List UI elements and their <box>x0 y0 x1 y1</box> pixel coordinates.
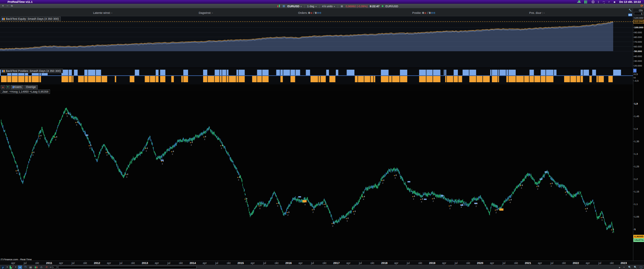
draw-tool-icon[interactable]: y <box>1 266 5 269</box>
tab-koers[interactable]: Koers <box>11 85 24 89</box>
equity-panel-title[interactable]: BackTest Equity: Smash Days (4 350 300) <box>1 17 61 21</box>
marker-input[interactable] <box>53 266 57 269</box>
time-axis-label: apr <box>394 261 398 265</box>
positions-panel-title[interactable]: BackTest Posities: Smash Days (4 350 300… <box>1 69 63 73</box>
price-axis-label: 1,4 <box>634 127 638 130</box>
time-axis-label: apr <box>203 261 207 265</box>
qty-input[interactable] <box>634 12 643 15</box>
svg-text:↟: ↟ <box>173 150 175 153</box>
refresh-icon[interactable]: ⟳ <box>641 4 643 8</box>
time-axis-label: jul <box>311 261 314 265</box>
window-controls[interactable]: ✕ ─ ⧉ <box>2 4 14 8</box>
svg-text:↟: ↟ <box>510 199 512 201</box>
time-axis-label: okt <box>323 261 326 265</box>
candle-countdown-box: 14u37m <box>633 238 644 242</box>
svg-text:↟: ↟ <box>433 197 435 200</box>
time-axis-label: 2013 <box>142 261 148 265</box>
time-axis-label: okt <box>610 261 613 265</box>
timeframe-select[interactable]: 1 dag ▼ <box>307 5 317 8</box>
time-axis-label: okt <box>418 261 422 265</box>
position-stats-bar: Latente winst: - Dagwinst: - Orders: 0⊠ … <box>0 8 644 16</box>
caret-down-icon[interactable]: ▼ <box>6 266 8 268</box>
quote-mode-icon[interactable]: ▦ <box>341 5 343 8</box>
svg-text:↟: ↟ <box>586 207 588 210</box>
collapse-icon[interactable]: « <box>50 266 51 269</box>
equity-chart[interactable] <box>0 16 633 68</box>
indicator-icon[interactable]: ▙╱ <box>9 266 14 269</box>
wrench-icon[interactable]: 🔧 <box>629 9 632 12</box>
time-axis-label: apr <box>155 261 159 265</box>
svg-text:↟: ↟ <box>56 136 58 138</box>
equity-axis-label: 50.000 <box>634 50 642 53</box>
tab-overige[interactable]: Overige <box>24 85 38 89</box>
instrument-select[interactable]: EURUSD ▼ <box>287 5 302 8</box>
order-pad-icon[interactable]: ▦▦ <box>628 13 632 16</box>
add-chart-button[interactable]: + <box>6 85 10 89</box>
position-settings-icon[interactable]: ⚙⚙ <box>431 12 435 14</box>
share-icon[interactable]: ⪡ <box>18 266 22 269</box>
close-position-icon[interactable]: ⊠ <box>424 12 426 14</box>
command-input[interactable] <box>58 266 197 269</box>
bluetooth-icon[interactable]: ᛒ <box>598 1 599 3</box>
cancel-orders-icon[interactable]: ⊠ <box>310 12 313 14</box>
prorealtime-window: { "menubar": { "app_name": "ProRealTime … <box>0 0 644 269</box>
positions-chart[interactable] <box>0 68 633 84</box>
orders-settings-icon[interactable]: ⚙⚙ <box>317 12 321 14</box>
zoom-out-icon[interactable]: 🔍− <box>628 266 632 269</box>
time-axis-label: okt <box>179 261 183 265</box>
time-axis-label: okt <box>514 261 518 265</box>
time-axis-label: jul <box>502 261 505 265</box>
day-profit: Dagwinst: - <box>199 11 213 14</box>
svg-text:↟: ↟ <box>383 179 385 181</box>
copy-icon[interactable]: ❐ <box>23 266 27 269</box>
platform-icon[interactable] <box>282 5 285 8</box>
play-icon[interactable]: ▶ <box>619 266 620 268</box>
candlestick-icon[interactable] <box>277 5 280 8</box>
legend-orange-icon <box>3 18 5 20</box>
legend-orange-icon <box>3 70 5 72</box>
demo-candles-icon[interactable]: ▮▮DEMO <box>577 1 581 3</box>
time-axis-label: apr <box>107 261 111 265</box>
screenshot-icon[interactable]: ⎙ <box>39 266 43 269</box>
time-axis-label: 2016 <box>286 261 292 265</box>
price-axis-label: 1,3 <box>634 153 638 155</box>
time-axis-label: jul <box>551 261 553 265</box>
svg-text:↟: ↟ <box>538 185 540 187</box>
svg-text:↟: ↟ <box>354 210 356 213</box>
svg-text:↟: ↟ <box>260 205 262 207</box>
price-chart[interactable]: +↟4+↟4+↟2+↟2+↟3+↟3+↟2+↟3+↟3+↟4+↟3+↟2+↟4+… <box>0 91 633 261</box>
app-name[interactable]: ProRealTime v11.1 <box>8 0 32 3</box>
search-icon[interactable]: ⌕ <box>608 0 610 3</box>
svg-text:↟: ↟ <box>414 195 416 197</box>
caret-down-icon[interactable]: ▼ <box>15 266 17 268</box>
units-select[interactable]: 4 k units ▼ <box>322 5 335 8</box>
svg-text:↟: ↟ <box>192 141 193 143</box>
candlestick-icon[interactable]: ▮▮ <box>34 266 38 269</box>
equity-axis-label: 60.000 <box>634 45 642 48</box>
svg-text:↟: ↟ <box>40 135 42 137</box>
time-axis-label: 2015 <box>237 261 244 265</box>
zoom-in-icon[interactable]: 🔍+ <box>633 266 637 269</box>
quote-time: 9:22:47 <box>370 5 380 8</box>
time-axis-label: apr <box>298 261 303 265</box>
pair-label: EUR/USD <box>386 5 398 8</box>
chart-icon[interactable]: ▋▍ <box>584 1 588 3</box>
report-icon[interactable]: ▤ <box>29 266 33 269</box>
svg-text:↟: ↟ <box>325 203 327 205</box>
user-icon[interactable]: ☻ <box>613 1 616 3</box>
svg-text:↟: ↟ <box>239 176 241 178</box>
input-source-icon[interactable]: A <box>592 1 594 3</box>
fit-screen-icon[interactable]: 🖵 <box>639 266 643 269</box>
phone-icon[interactable]: ✆ <box>45 266 49 269</box>
time-axis-label: jul <box>359 261 362 265</box>
cursor-icon[interactable]: ⌖ <box>622 266 626 269</box>
time-axis-label: apr <box>442 261 446 265</box>
wifi-icon[interactable]: ◠̤ <box>603 1 605 3</box>
time-axis-label: okt <box>466 261 470 265</box>
time-axis-label: okt <box>83 261 87 265</box>
menubar-clock[interactable]: Do 13 okt. 10:22 <box>619 0 641 3</box>
svg-text:↟: ↟ <box>613 229 614 231</box>
time-axis-label: jul <box>263 261 266 265</box>
time-axis[interactable]: aprjulokt2011aprjulokt2012aprjulokt2013a… <box>0 261 644 265</box>
close-chart-button[interactable]: ◉ <box>1 85 5 89</box>
